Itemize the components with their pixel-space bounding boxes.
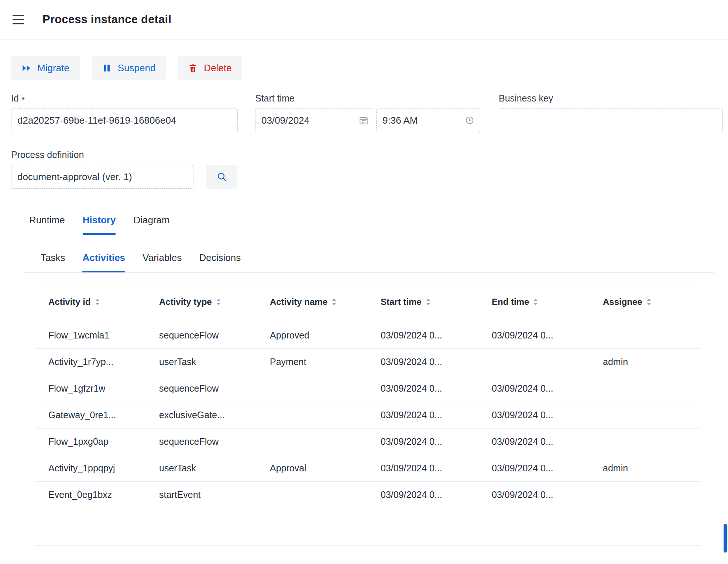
table-cell: 03/09/2024 0... [367, 428, 478, 455]
table-cell: sequenceFlow [146, 375, 257, 402]
start-clock-wrap [376, 109, 480, 132]
table-cell: Approval [257, 455, 367, 481]
subtab-activities[interactable]: Activities [82, 252, 125, 272]
table-cell [478, 348, 590, 375]
suspend-label: Suspend [118, 62, 156, 74]
table-cell: Approved [257, 322, 367, 348]
table-cell: Gateway_0re1... [35, 402, 146, 428]
table-row[interactable]: Flow_1wcmla1 sequenceFlow Approved 03/09… [35, 322, 701, 348]
table-cell: 03/09/2024 0... [478, 322, 590, 348]
start-time-group: Start time [255, 93, 480, 132]
activities-table-card: Activity id Activity type Activity name [35, 282, 701, 546]
tab-history[interactable]: History [83, 214, 116, 235]
table-cell [590, 428, 701, 455]
table-cell: 03/09/2024 0... [367, 455, 478, 481]
table-cell: admin [590, 348, 701, 375]
topbar: Process instance detail [0, 0, 728, 39]
business-key-input[interactable] [499, 109, 723, 132]
toolbar: Migrate Suspend Delete [11, 56, 723, 80]
process-definition-input[interactable] [11, 165, 193, 189]
subtab-decisions[interactable]: Decisions [199, 252, 241, 272]
column-label: Activity type [159, 297, 212, 307]
table-cell: Activity_1r7yp... [35, 348, 146, 375]
table-cell: Flow_1gfzr1w [35, 375, 146, 402]
menu-icon[interactable] [13, 15, 24, 24]
trash-icon [188, 63, 198, 73]
sort-icon [332, 299, 336, 305]
migrate-label: Migrate [37, 62, 69, 74]
table-row[interactable]: Flow_1pxg0ap sequenceFlow 03/09/2024 0..… [35, 428, 701, 455]
required-dot: • [22, 94, 25, 103]
suspend-button[interactable]: Suspend [92, 56, 166, 80]
subtab-tasks[interactable]: Tasks [41, 252, 65, 272]
table-cell: 03/09/2024 0... [367, 348, 478, 375]
table-cell: startEvent [146, 481, 257, 508]
table-cell: Payment [257, 348, 367, 375]
table-row[interactable]: Activity_1r7yp... userTask Payment 03/09… [35, 348, 701, 375]
pause-icon [102, 63, 112, 73]
table-row[interactable]: Flow_1gfzr1w sequenceFlow 03/09/2024 0..… [35, 375, 701, 402]
table-row[interactable]: Event_0eg1bxz startEvent 03/09/2024 0...… [35, 481, 701, 508]
table-cell [590, 322, 701, 348]
start-date-input[interactable] [255, 109, 374, 132]
table-row[interactable]: Gateway_0re1... exclusiveGate... 03/09/2… [35, 402, 701, 428]
table-cell [590, 481, 701, 508]
business-key-label: Business key [499, 93, 723, 104]
fast-forward-icon [21, 63, 31, 73]
tab-diagram[interactable]: Diagram [133, 214, 169, 235]
table-row[interactable]: Activity_1ppqpyj userTask Approval 03/09… [35, 455, 701, 481]
table-cell [590, 375, 701, 402]
main-content: Migrate Suspend Delete Id • Start time [0, 56, 728, 546]
table-cell: 03/09/2024 0... [367, 402, 478, 428]
id-field-group: Id • [11, 93, 238, 132]
fields-row: Id • Start time [11, 93, 723, 132]
delete-button[interactable]: Delete [178, 56, 242, 80]
table-cell: 03/09/2024 0... [367, 322, 478, 348]
sort-icon [95, 299, 100, 305]
id-label: Id • [11, 93, 238, 104]
table-cell: exclusiveGate... [146, 402, 257, 428]
migrate-button[interactable]: Migrate [11, 56, 80, 80]
column-start-time[interactable]: Start time [367, 282, 478, 322]
table-cell [257, 428, 367, 455]
column-label: Start time [381, 297, 422, 307]
activities-table: Activity id Activity type Activity name [35, 282, 701, 508]
page-title: Process instance detail [42, 13, 171, 26]
sort-icon [647, 299, 651, 305]
column-label: Activity name [270, 297, 327, 307]
table-cell: userTask [146, 348, 257, 375]
sort-icon [426, 299, 430, 305]
table-cell: 03/09/2024 0... [478, 455, 590, 481]
column-activity-name[interactable]: Activity name [257, 282, 367, 322]
history-subtabs: Tasks Activities Variables Decisions [23, 252, 714, 273]
search-icon [216, 171, 227, 182]
sort-icon [216, 299, 221, 305]
business-key-group: Business key [499, 93, 723, 132]
process-definition-label: Process definition [11, 149, 723, 160]
table-cell: 03/09/2024 0... [367, 375, 478, 402]
scrollbar-thumb[interactable] [724, 524, 727, 553]
table-cell: 03/09/2024 0... [367, 481, 478, 508]
start-time-input[interactable] [376, 109, 480, 132]
table-cell: Flow_1pxg0ap [35, 428, 146, 455]
table-cell: admin [590, 455, 701, 481]
id-input[interactable] [11, 109, 238, 132]
column-assignee[interactable]: Assignee [590, 282, 701, 322]
table-cell: Flow_1wcmla1 [35, 322, 146, 348]
sort-icon [533, 299, 538, 305]
column-activity-id[interactable]: Activity id [35, 282, 146, 322]
delete-label: Delete [204, 62, 231, 74]
search-process-definition-button[interactable] [206, 165, 237, 189]
table-cell: 03/09/2024 0... [478, 481, 590, 508]
table-cell: sequenceFlow [146, 428, 257, 455]
column-activity-type[interactable]: Activity type [146, 282, 257, 322]
table-cell: Activity_1ppqpyj [35, 455, 146, 481]
table-header-row: Activity id Activity type Activity name [35, 282, 701, 322]
subtab-variables[interactable]: Variables [142, 252, 182, 272]
start-time-label: Start time [255, 93, 480, 104]
main-tabs: Runtime History Diagram [11, 214, 723, 235]
table-cell: sequenceFlow [146, 322, 257, 348]
process-definition-group: Process definition [11, 149, 723, 189]
column-end-time[interactable]: End time [478, 282, 590, 322]
tab-runtime[interactable]: Runtime [29, 214, 65, 235]
